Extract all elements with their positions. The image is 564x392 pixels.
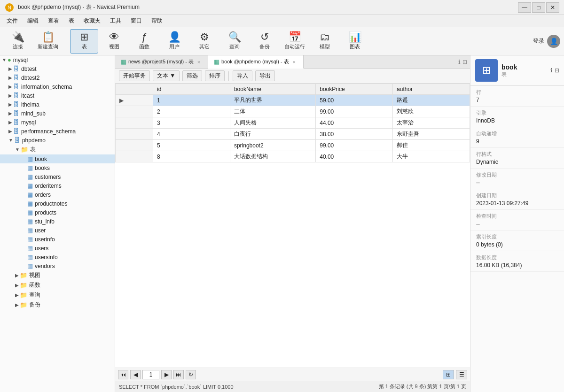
toolbar-btn-table[interactable]: ⊞表 xyxy=(70,29,98,54)
cell-bookPrice[interactable]: 44.00 xyxy=(316,117,393,129)
table-row[interactable]: ▶1平凡的世界59.00路遥 xyxy=(116,95,470,106)
toolbar-btn-schedule[interactable]: 📅自动运行 xyxy=(281,29,309,54)
table-row[interactable]: 4白夜行38.00东野圭吾 xyxy=(116,129,470,140)
table-row[interactable]: 5springboot299.00郝佳 xyxy=(116,140,470,151)
col-bookprice[interactable]: bookPrice xyxy=(316,84,393,95)
sidebar-item-performance_schema[interactable]: ▶🗄performance_schema xyxy=(0,127,115,136)
cell-author[interactable]: 太宰治 xyxy=(393,117,470,129)
toolbar-btn-backup[interactable]: ↺备份 xyxy=(251,29,279,54)
info-icon[interactable]: ℹ xyxy=(550,67,553,74)
toolbar-btn-user[interactable]: 👤用户 xyxy=(160,29,188,54)
cell-author[interactable]: 大牛 xyxy=(393,151,470,162)
page-input[interactable] xyxy=(142,370,159,379)
cell-bookPrice[interactable]: 99.00 xyxy=(316,140,393,151)
sidebar-item-itheima[interactable]: ▶🗄itheima xyxy=(0,100,115,109)
data-area[interactable]: id bookName bookPrice author ▶1平凡的世界59.0… xyxy=(115,84,470,368)
sidebar-item-productnotes[interactable]: ▦productnotes xyxy=(0,199,115,208)
sidebar-item-usersinfo[interactable]: ▦usersinfo xyxy=(0,253,115,261)
cell-author[interactable]: 郝佳 xyxy=(393,140,470,151)
sidebar-item-stu_info[interactable]: ▦stu_info xyxy=(0,217,115,226)
minimize-button[interactable]: — xyxy=(518,2,531,13)
next-page-button[interactable]: ▶ xyxy=(161,370,172,379)
toolbar-btn-model[interactable]: 🗂模型 xyxy=(311,29,339,54)
import-button[interactable]: 导入 xyxy=(233,70,252,81)
cell-author[interactable]: 东野圭吾 xyxy=(393,129,470,140)
sidebar-item-phpdemo[interactable]: ▼🗄phpdemo xyxy=(0,136,115,145)
table-row[interactable]: 3人间失格44.00太宰治 xyxy=(116,117,470,129)
menu-item-文件[interactable]: 文件 xyxy=(2,16,23,26)
toolbar-btn-new-query[interactable]: 📋新建查询 xyxy=(34,29,62,54)
cell-id[interactable]: 3 xyxy=(153,117,230,129)
sidebar-item-user[interactable]: ▦user xyxy=(0,226,115,235)
sidebar-item-mysql[interactable]: ▼●mysql xyxy=(0,55,115,64)
cell-bookName[interactable]: 白夜行 xyxy=(230,129,315,140)
sidebar-item-查询[interactable]: ▶📁查询 xyxy=(0,290,115,300)
prev-page-button[interactable]: ◀ xyxy=(130,370,141,379)
sidebar-item-information_schema[interactable]: ▶🗄information_schema xyxy=(0,82,115,91)
refresh-button[interactable]: ↻ xyxy=(186,370,196,379)
form-view-button[interactable]: ☰ xyxy=(456,370,467,379)
table-row[interactable]: 2三体99.00刘慈欣 xyxy=(116,106,470,117)
sidebar-item-vendors[interactable]: ▦vendors xyxy=(0,261,115,270)
col-author[interactable]: author xyxy=(393,84,470,95)
cell-id[interactable]: 2 xyxy=(153,106,230,117)
toolbar-btn-query[interactable]: 🔍查询 xyxy=(220,29,249,54)
cell-bookPrice[interactable]: 40.00 xyxy=(316,151,393,162)
menu-item-表[interactable]: 表 xyxy=(64,16,79,26)
menu-item-收藏夹[interactable]: 收藏夹 xyxy=(79,16,105,26)
last-page-button[interactable]: ⏭ xyxy=(173,370,184,379)
toolbar-btn-function[interactable]: ƒ函数 xyxy=(130,29,158,54)
sidebar-item-mind_sub[interactable]: ▶🗄mind_sub xyxy=(0,109,115,118)
cell-bookPrice[interactable]: 38.00 xyxy=(316,129,393,140)
toolbar-btn-chart[interactable]: 📊图表 xyxy=(341,29,369,54)
cell-bookPrice[interactable]: 59.00 xyxy=(316,95,393,106)
sidebar-item-customers[interactable]: ▦customers xyxy=(0,172,115,181)
sidebar-item-orderitems[interactable]: ▦orderitems xyxy=(0,181,115,190)
sort-button[interactable]: 排序 xyxy=(205,70,225,81)
sidebar-item-函数[interactable]: ▶📁函数 xyxy=(0,280,115,290)
menu-item-窗口[interactable]: 窗口 xyxy=(126,16,147,26)
filter-button[interactable]: 筛选 xyxy=(182,70,202,81)
menu-item-工具[interactable]: 工具 xyxy=(105,16,126,26)
cell-bookName[interactable]: 三体 xyxy=(230,106,315,117)
grid-view-button[interactable]: ⊞ xyxy=(443,370,454,379)
cell-id[interactable]: 5 xyxy=(153,140,230,151)
close-button[interactable]: ✕ xyxy=(546,2,559,13)
cell-bookPrice[interactable]: 99.00 xyxy=(316,106,393,117)
toolbar-btn-other[interactable]: ⚙其它 xyxy=(190,29,219,54)
sidebar-item-mysql[interactable]: ▶🗄mysql xyxy=(0,118,115,127)
tab-close-button[interactable]: × xyxy=(196,59,202,65)
info-button[interactable]: ℹ xyxy=(458,59,461,65)
cell-bookName[interactable]: 大话数据结构 xyxy=(230,151,315,162)
cell-bookName[interactable]: 平凡的世界 xyxy=(230,95,315,106)
sidebar-item-dbtest2[interactable]: ▶🗄dbtest2 xyxy=(0,73,115,82)
cell-id[interactable]: 4 xyxy=(153,129,230,140)
sidebar-item-itcast[interactable]: ▶🗄itcast xyxy=(0,91,115,100)
begin-transaction-button[interactable]: 开始事务 xyxy=(119,70,150,81)
tab-close-button[interactable]: × xyxy=(291,59,298,65)
expand-icon[interactable]: ⊡ xyxy=(555,67,559,74)
tab-book[interactable]: ▦book @phpdemo (mysql) - 表× xyxy=(208,55,304,69)
toolbar-btn-connect[interactable]: 🔌连接 xyxy=(4,29,32,54)
sidebar-item-视图[interactable]: ▶📁视图 xyxy=(0,270,115,280)
login-button[interactable]: 登录👤 xyxy=(533,35,560,48)
menu-item-帮助[interactable]: 帮助 xyxy=(147,16,167,26)
col-bookname[interactable]: bookName xyxy=(230,84,315,95)
sidebar-item-book[interactable]: ▦book xyxy=(0,154,115,163)
text-view-button[interactable]: 文本 ▼ xyxy=(153,70,180,81)
cell-id[interactable]: 1 xyxy=(153,95,230,106)
cell-author[interactable]: 路遥 xyxy=(393,95,470,106)
cell-bookName[interactable]: 人间失格 xyxy=(230,117,315,129)
expand-button[interactable]: ⊡ xyxy=(462,59,467,65)
toolbar-btn-view[interactable]: 👁视图 xyxy=(100,29,128,54)
sidebar-item-books[interactable]: ▦books xyxy=(0,163,115,172)
sidebar-item-orders[interactable]: ▦orders xyxy=(0,190,115,199)
sidebar-item-表[interactable]: ▼📁表 xyxy=(0,145,115,154)
menu-item-查看[interactable]: 查看 xyxy=(43,16,64,26)
sidebar-item-users[interactable]: ▦users xyxy=(0,244,115,253)
sidebar-item-userinfo[interactable]: ▦userinfo xyxy=(0,235,115,244)
first-page-button[interactable]: ⏮ xyxy=(118,370,128,379)
col-id[interactable]: id xyxy=(153,84,230,95)
sidebar-item-dbtest[interactable]: ▶🗄dbtest xyxy=(0,64,115,73)
cell-author[interactable]: 刘慈欣 xyxy=(393,106,470,117)
